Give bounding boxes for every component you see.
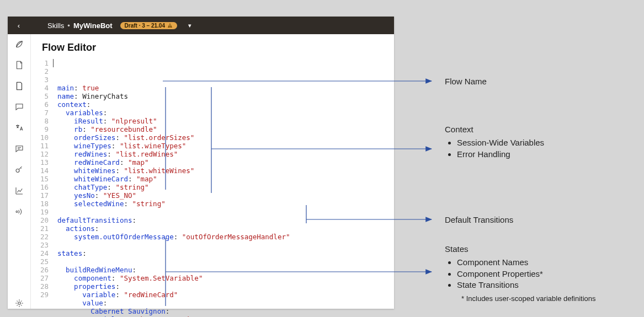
line-number: 20 — [34, 216, 49, 224]
editor-window: ‹ Skills • MyWineBot Draft · 3 – 21.04 ▾ — [8, 17, 394, 309]
code-line[interactable]: Cabernet Sauvignon: — [57, 307, 394, 315]
code-line[interactable]: yesNo: "YES_NO" — [57, 191, 394, 200]
code-line[interactable]: redWineCard: "map" — [57, 158, 394, 166]
code-line[interactable]: component: "System.SetVariable" — [57, 274, 394, 282]
line-number: 3 — [34, 76, 49, 84]
line-number: 16 — [34, 183, 49, 191]
line-number: 2 — [34, 67, 49, 76]
annotation-item: Component Properties* — [457, 268, 596, 280]
code-line[interactable]: iResult: "nlpresult" — [57, 117, 394, 125]
line-number: 17 — [34, 191, 49, 200]
sidebar — [8, 34, 31, 309]
back-button[interactable]: ‹ — [12, 22, 25, 30]
code-line[interactable]: context: — [57, 100, 394, 109]
svg-rect-0 — [169, 25, 170, 26]
chat-icon[interactable] — [14, 101, 25, 112]
version-badge[interactable]: Draft · 3 – 21.04 — [120, 22, 177, 29]
top-bar: ‹ Skills • MyWineBot Draft · 3 – 21.04 ▾ — [8, 17, 394, 34]
file-icon[interactable] — [14, 80, 25, 92]
cursor — [53, 59, 54, 67]
code-line[interactable]: wineTypes: "list.wineTypes" — [57, 142, 394, 150]
line-number: 26 — [34, 266, 49, 274]
line-number: 10 — [34, 133, 49, 142]
gear-icon[interactable] — [14, 298, 25, 309]
line-number: 7 — [34, 109, 49, 117]
code-line[interactable]: actions: — [57, 224, 394, 233]
content: Flow Editor 1234567891011121314151617181… — [31, 34, 394, 309]
code-line[interactable] — [57, 208, 394, 216]
code-line[interactable]: whiteWineCard: "map" — [57, 175, 394, 183]
code-line[interactable]: variables: — [57, 109, 394, 117]
chart-icon[interactable] — [14, 185, 25, 196]
breadcrumb-root[interactable]: Skills — [47, 22, 64, 30]
leaf-icon[interactable] — [14, 39, 25, 50]
code-line[interactable] — [57, 257, 394, 266]
line-number: 6 — [34, 100, 49, 109]
chevron-left-icon: ‹ — [18, 22, 20, 30]
code-line[interactable]: rb: "resourcebundle" — [57, 125, 394, 133]
line-number: 14 — [34, 166, 49, 175]
code-editor[interactable]: 1234567891011121314151617181920212223242… — [31, 59, 394, 309]
line-number: 5 — [34, 92, 49, 100]
line-number: 9 — [34, 125, 49, 133]
line-number: 15 — [34, 175, 49, 183]
line-number: 27 — [34, 274, 49, 282]
line-number: 13 — [34, 158, 49, 166]
breadcrumb-skill[interactable]: MyWineBot — [73, 22, 113, 30]
line-number: 28 — [34, 282, 49, 291]
line-number: 24 — [34, 249, 49, 257]
key-icon[interactable] — [14, 164, 25, 175]
annotation-context: Context Session-Wide VariablesError Hand… — [445, 124, 544, 160]
annotation-item: Component Names — [457, 257, 596, 268]
warning-icon — [167, 23, 173, 28]
line-number: 11 — [34, 142, 49, 150]
annotation-default-transitions: Default Transitions — [445, 214, 513, 225]
code-line[interactable]: orderSizes: "list.orderSizes" — [57, 133, 394, 142]
line-number-gutter: 1234567891011121314151617181920212223242… — [34, 59, 53, 309]
code-line[interactable]: chatType: "string" — [57, 183, 394, 191]
svg-rect-1 — [169, 26, 170, 27]
code-line[interactable]: variable: "redWineCard" — [57, 291, 394, 299]
line-number: 22 — [34, 233, 49, 241]
code-line[interactable]: selectedWine: "string" — [57, 200, 394, 208]
line-number: 18 — [34, 200, 49, 208]
svg-point-4 — [18, 302, 20, 305]
code-line[interactable]: redWines: "list.redWines" — [57, 150, 394, 158]
code-line[interactable]: defaultTransitions: — [57, 216, 394, 224]
annotation-item: Session-Wide Variables — [457, 137, 544, 148]
comment-icon[interactable] — [14, 143, 25, 154]
svg-point-3 — [16, 211, 18, 213]
line-number: 23 — [34, 241, 49, 249]
breadcrumb-separator: • — [67, 22, 70, 30]
annotation-item: State Transitions — [457, 280, 596, 291]
code-line[interactable]: name: WineryChats — [57, 92, 394, 100]
code-line[interactable]: value: — [57, 299, 394, 307]
code-line[interactable]: whiteWines: "list.whiteWines" — [57, 166, 394, 175]
document-icon[interactable] — [14, 60, 25, 71]
svg-point-2 — [16, 169, 19, 173]
annotation-flow-name: Flow Name — [445, 76, 487, 87]
code-line[interactable] — [57, 241, 394, 249]
page-title: Flow Editor — [31, 34, 394, 59]
translate-icon[interactable] — [14, 122, 25, 133]
broadcast-icon[interactable] — [14, 206, 25, 217]
version-badge-text: Draft · 3 – 21.04 — [125, 23, 165, 29]
line-number: 29 — [34, 291, 49, 299]
breadcrumb: Skills • MyWineBot Draft · 3 – 21.04 ▾ — [47, 22, 191, 30]
annotation-states: States Component NamesComponent Properti… — [445, 244, 596, 304]
code-line[interactable]: system.outOfOrderMessage: "outOfOrderMes… — [57, 233, 394, 241]
line-number: 12 — [34, 150, 49, 158]
line-number: 21 — [34, 224, 49, 233]
code-line[interactable]: properties: — [57, 282, 394, 291]
code-line[interactable]: buildRedWineMenu: — [57, 266, 394, 274]
line-number: 25 — [34, 257, 49, 266]
line-number: 4 — [34, 84, 49, 92]
line-number: 8 — [34, 117, 49, 125]
code-line[interactable]: main: true — [57, 84, 394, 92]
line-number: 19 — [34, 208, 49, 216]
annotation-item: Error Handling — [457, 149, 544, 160]
version-dropdown[interactable]: ▾ — [188, 22, 191, 29]
line-number: 1 — [34, 59, 49, 67]
code-line[interactable]: states: — [57, 249, 394, 257]
code-area[interactable]: main: truename: WineryChatscontext: vari… — [53, 59, 394, 309]
